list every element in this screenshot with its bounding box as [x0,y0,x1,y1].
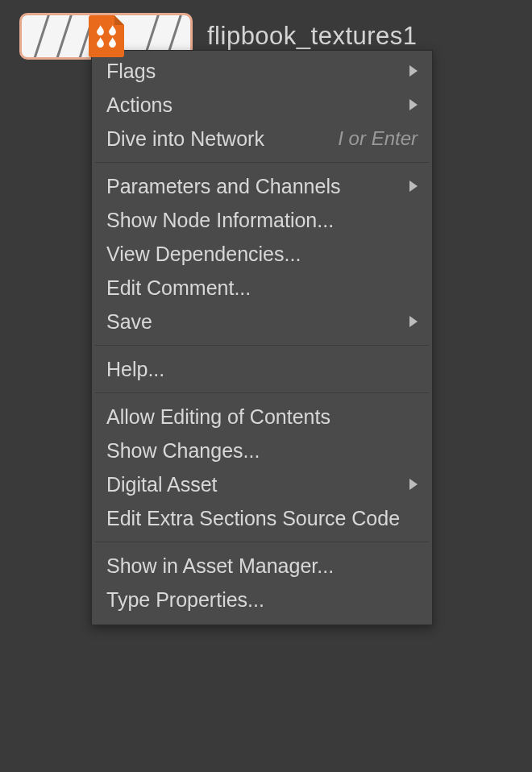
menu-item-help[interactable]: Help... [92,352,432,386]
menu-item-edit-extra-sections-source-code[interactable]: Edit Extra Sections Source Code [92,501,432,535]
menu-separator [95,162,429,163]
menu-item-label: Type Properties... [106,588,264,612]
menu-item-edit-comment[interactable]: Edit Comment... [92,271,432,305]
menu-item-label: View Dependencies... [106,243,301,266]
submenu-arrow-icon [409,99,418,110]
submenu-arrow-icon [409,479,418,490]
menu-item-label: Parameters and Channels [106,175,340,198]
submenu-arrow-icon [409,181,418,192]
node-stripe [52,13,75,60]
menu-item-label: Dive into Network [106,127,264,151]
menu-item-label: Actions [106,93,172,117]
menu-item-parameters-and-channels[interactable]: Parameters and Channels [92,169,432,203]
menu-separator [95,345,429,346]
submenu-arrow-icon [409,316,418,327]
menu-item-show-node-information[interactable]: Show Node Information... [92,203,432,237]
menu-item-show-changes[interactable]: Show Changes... [92,434,432,467]
menu-item-digital-asset[interactable]: Digital Asset [92,467,432,501]
menu-item-label: Help... [106,358,164,381]
menu-item-label: Edit Comment... [106,276,251,300]
menu-separator [95,542,429,542]
menu-item-label: Show in Asset Manager... [106,554,334,578]
node-stripe [30,13,52,60]
menu-item-label: Show Node Information... [106,209,334,232]
menu-item-label: Allow Editing of Contents [106,405,330,429]
menu-item-type-properties[interactable]: Type Properties... [92,583,432,616]
menu-item-label: Edit Extra Sections Source Code [106,507,400,530]
menu-item-dive-into-network[interactable]: Dive into Network I or Enter [92,122,432,156]
menu-item-label: Digital Asset [106,473,218,496]
context-menu: Flags Actions Dive into Network I or Ent… [91,50,433,625]
node-label: flipbook_textures1 [207,22,418,51]
menu-item-label: Save [106,310,152,334]
fire-page-icon [89,15,124,57]
menu-item-allow-editing-of-contents[interactable]: Allow Editing of Contents [92,400,432,434]
menu-item-shortcut: I or Enter [338,127,418,150]
submenu-arrow-icon [409,65,418,77]
menu-item-label: Flags [106,60,156,83]
menu-item-flags[interactable]: Flags [92,54,432,88]
menu-item-show-in-asset-manager[interactable]: Show in Asset Manager... [92,549,432,583]
menu-item-actions[interactable]: Actions [92,88,432,122]
menu-item-label: Show Changes... [106,439,260,463]
menu-separator [95,392,429,393]
menu-item-save[interactable]: Save [92,305,432,338]
menu-item-view-dependencies[interactable]: View Dependencies... [92,237,432,271]
